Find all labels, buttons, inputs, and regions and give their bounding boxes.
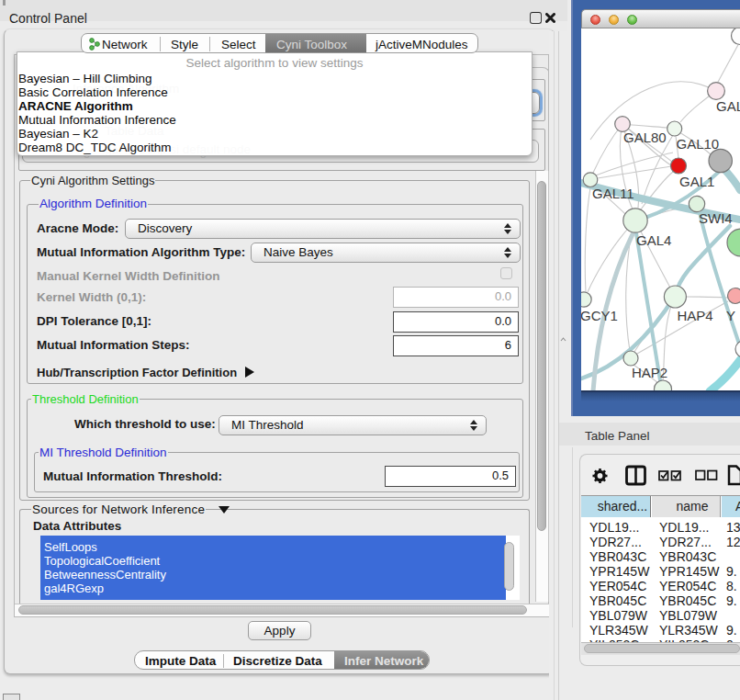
svg-text:GAL10: GAL10 bbox=[677, 136, 720, 152]
svg-text:Y: Y bbox=[726, 308, 735, 323]
svg-text:GAL80: GAL80 bbox=[623, 130, 667, 145]
svg-text:GCY1: GCY1 bbox=[581, 308, 618, 323]
svg-text:SWI4: SWI4 bbox=[699, 210, 733, 226]
svg-text:HAP4: HAP4 bbox=[678, 308, 713, 323]
svg-text:HAP2: HAP2 bbox=[632, 365, 667, 380]
svg-text:GAL11: GAL11 bbox=[592, 186, 634, 201]
svg-text:GAL7: GAL7 bbox=[716, 98, 740, 114]
svg-text:GAL4: GAL4 bbox=[636, 232, 671, 248]
svg-text:GAL1: GAL1 bbox=[679, 174, 714, 189]
